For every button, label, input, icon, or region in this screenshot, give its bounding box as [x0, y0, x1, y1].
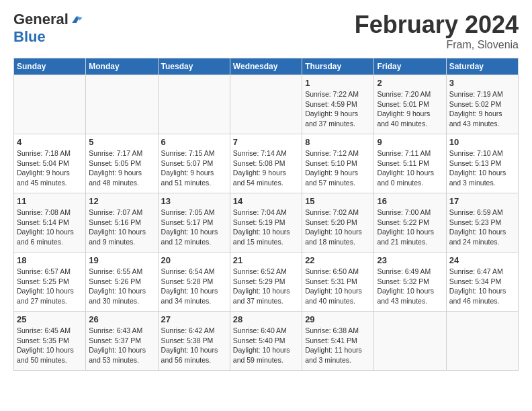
calendar-day-cell: 29Sunrise: 6:38 AM Sunset: 5:41 PM Dayli… [302, 312, 374, 371]
day-info: Sunrise: 6:55 AM Sunset: 5:26 PM Dayligh… [89, 267, 154, 306]
logo: General Blue [13, 11, 83, 46]
calendar-day-cell: 5Sunrise: 7:17 AM Sunset: 5:05 PM Daylig… [86, 134, 158, 193]
day-number: 16 [377, 196, 443, 206]
day-number: 19 [89, 255, 154, 265]
day-number: 20 [161, 255, 227, 265]
day-info: Sunrise: 6:42 AM Sunset: 5:38 PM Dayligh… [161, 326, 227, 365]
day-info: Sunrise: 6:45 AM Sunset: 5:35 PM Dayligh… [17, 326, 83, 365]
day-info: Sunrise: 7:12 AM Sunset: 5:10 PM Dayligh… [305, 148, 371, 188]
day-number: 3 [449, 78, 515, 88]
day-number: 24 [449, 255, 515, 265]
day-info: Sunrise: 6:49 AM Sunset: 5:32 PM Dayligh… [377, 267, 443, 306]
title-block: February 2024 Fram, Slovenia [355, 11, 519, 51]
calendar-day-cell [230, 75, 302, 134]
location-text: Fram, Slovenia [355, 39, 519, 51]
calendar-day-cell: 13Sunrise: 7:05 AM Sunset: 5:17 PM Dayli… [158, 193, 230, 253]
calendar-day-cell: 3Sunrise: 7:19 AM Sunset: 5:02 PM Daylig… [446, 75, 518, 134]
calendar-day-cell: 28Sunrise: 6:40 AM Sunset: 5:40 PM Dayli… [230, 312, 302, 371]
day-info: Sunrise: 6:47 AM Sunset: 5:34 PM Dayligh… [449, 267, 515, 306]
calendar-day-cell: 18Sunrise: 6:57 AM Sunset: 5:25 PM Dayli… [14, 253, 86, 312]
calendar-day-cell: 6Sunrise: 7:15 AM Sunset: 5:07 PM Daylig… [158, 134, 230, 193]
day-number: 21 [233, 255, 299, 265]
day-number: 9 [377, 137, 443, 147]
calendar-week-row: 4Sunrise: 7:18 AM Sunset: 5:04 PM Daylig… [14, 134, 519, 193]
day-info: Sunrise: 6:57 AM Sunset: 5:25 PM Dayligh… [17, 267, 83, 306]
day-number: 11 [17, 196, 83, 206]
calendar-day-cell: 8Sunrise: 7:12 AM Sunset: 5:10 PM Daylig… [302, 134, 374, 193]
header-tuesday: Tuesday [158, 58, 230, 75]
day-info: Sunrise: 7:11 AM Sunset: 5:11 PM Dayligh… [377, 148, 443, 188]
day-info: Sunrise: 6:50 AM Sunset: 5:31 PM Dayligh… [305, 267, 371, 306]
calendar-day-cell: 14Sunrise: 7:04 AM Sunset: 5:19 PM Dayli… [230, 193, 302, 253]
calendar-day-cell [14, 75, 86, 134]
day-number: 6 [161, 137, 227, 147]
day-number: 22 [305, 255, 371, 265]
day-info: Sunrise: 7:08 AM Sunset: 5:14 PM Dayligh… [17, 208, 83, 247]
day-number: 29 [305, 314, 371, 324]
day-info: Sunrise: 7:18 AM Sunset: 5:04 PM Dayligh… [17, 148, 83, 188]
calendar-day-cell [158, 75, 230, 134]
calendar-day-cell: 21Sunrise: 6:52 AM Sunset: 5:29 PM Dayli… [230, 253, 302, 312]
calendar-day-cell: 7Sunrise: 7:14 AM Sunset: 5:08 PM Daylig… [230, 134, 302, 193]
month-title: February 2024 [355, 11, 519, 39]
day-info: Sunrise: 7:02 AM Sunset: 5:20 PM Dayligh… [305, 208, 371, 247]
day-number: 2 [377, 78, 443, 88]
day-info: Sunrise: 7:07 AM Sunset: 5:16 PM Dayligh… [89, 208, 154, 247]
calendar-day-cell: 17Sunrise: 6:59 AM Sunset: 5:23 PM Dayli… [446, 193, 518, 253]
calendar-week-row: 11Sunrise: 7:08 AM Sunset: 5:14 PM Dayli… [14, 193, 519, 253]
calendar-day-cell: 22Sunrise: 6:50 AM Sunset: 5:31 PM Dayli… [302, 253, 374, 312]
page-header: General Blue February 2024 Fram, Sloveni… [13, 11, 519, 51]
day-info: Sunrise: 7:19 AM Sunset: 5:02 PM Dayligh… [449, 89, 515, 129]
calendar-day-cell: 12Sunrise: 7:07 AM Sunset: 5:16 PM Dayli… [86, 193, 158, 253]
day-info: Sunrise: 7:05 AM Sunset: 5:17 PM Dayligh… [161, 208, 227, 247]
calendar-week-row: 18Sunrise: 6:57 AM Sunset: 5:25 PM Dayli… [14, 253, 519, 312]
calendar-day-cell [374, 312, 446, 371]
calendar-day-cell: 23Sunrise: 6:49 AM Sunset: 5:32 PM Dayli… [374, 253, 446, 312]
day-number: 17 [449, 196, 515, 206]
calendar-day-cell: 9Sunrise: 7:11 AM Sunset: 5:11 PM Daylig… [374, 134, 446, 193]
day-number: 18 [17, 255, 83, 265]
day-number: 15 [305, 196, 371, 206]
day-info: Sunrise: 7:20 AM Sunset: 5:01 PM Dayligh… [377, 89, 443, 129]
day-number: 1 [305, 78, 371, 88]
logo-blue-text: Blue [13, 28, 46, 45]
calendar-day-cell: 20Sunrise: 6:54 AM Sunset: 5:28 PM Dayli… [158, 253, 230, 312]
calendar-week-row: 25Sunrise: 6:45 AM Sunset: 5:35 PM Dayli… [14, 312, 519, 371]
calendar-day-cell: 24Sunrise: 6:47 AM Sunset: 5:34 PM Dayli… [446, 253, 518, 312]
calendar-day-cell: 25Sunrise: 6:45 AM Sunset: 5:35 PM Dayli… [14, 312, 86, 371]
day-info: Sunrise: 7:17 AM Sunset: 5:05 PM Dayligh… [89, 148, 154, 188]
day-info: Sunrise: 6:38 AM Sunset: 5:41 PM Dayligh… [305, 326, 371, 365]
calendar-day-cell [86, 75, 158, 134]
header-monday: Monday [86, 58, 158, 75]
calendar-header-row: Sunday Monday Tuesday Wednesday Thursday… [14, 58, 519, 75]
header-wednesday: Wednesday [230, 58, 302, 75]
calendar-day-cell: 16Sunrise: 7:00 AM Sunset: 5:22 PM Dayli… [374, 193, 446, 253]
calendar-day-cell: 1Sunrise: 7:22 AM Sunset: 4:59 PM Daylig… [302, 75, 374, 134]
calendar-table: Sunday Monday Tuesday Wednesday Thursday… [13, 58, 519, 371]
day-number: 26 [89, 314, 154, 324]
calendar-body: 1Sunrise: 7:22 AM Sunset: 4:59 PM Daylig… [14, 75, 519, 371]
day-info: Sunrise: 7:00 AM Sunset: 5:22 PM Dayligh… [377, 208, 443, 247]
day-info: Sunrise: 6:52 AM Sunset: 5:29 PM Dayligh… [233, 267, 299, 306]
day-number: 14 [233, 196, 299, 206]
header-thursday: Thursday [302, 58, 374, 75]
day-info: Sunrise: 7:04 AM Sunset: 5:19 PM Dayligh… [233, 208, 299, 247]
day-info: Sunrise: 6:54 AM Sunset: 5:28 PM Dayligh… [161, 267, 227, 306]
calendar-day-cell: 27Sunrise: 6:42 AM Sunset: 5:38 PM Dayli… [158, 312, 230, 371]
calendar-day-cell: 2Sunrise: 7:20 AM Sunset: 5:01 PM Daylig… [374, 75, 446, 134]
page-container: General Blue February 2024 Fram, Sloveni… [0, 0, 532, 377]
logo-general-text: General [13, 11, 69, 28]
day-number: 28 [233, 314, 299, 324]
day-number: 13 [161, 196, 227, 206]
day-number: 27 [161, 314, 227, 324]
day-info: Sunrise: 6:59 AM Sunset: 5:23 PM Dayligh… [449, 208, 515, 247]
day-number: 8 [305, 137, 371, 147]
day-info: Sunrise: 7:14 AM Sunset: 5:08 PM Dayligh… [233, 148, 299, 188]
calendar-day-cell: 4Sunrise: 7:18 AM Sunset: 5:04 PM Daylig… [14, 134, 86, 193]
day-info: Sunrise: 7:22 AM Sunset: 4:59 PM Dayligh… [305, 89, 371, 129]
day-info: Sunrise: 7:15 AM Sunset: 5:07 PM Dayligh… [161, 148, 227, 188]
day-number: 12 [89, 196, 154, 206]
header-friday: Friday [374, 58, 446, 75]
day-info: Sunrise: 6:43 AM Sunset: 5:37 PM Dayligh… [89, 326, 154, 365]
day-number: 10 [449, 137, 515, 147]
